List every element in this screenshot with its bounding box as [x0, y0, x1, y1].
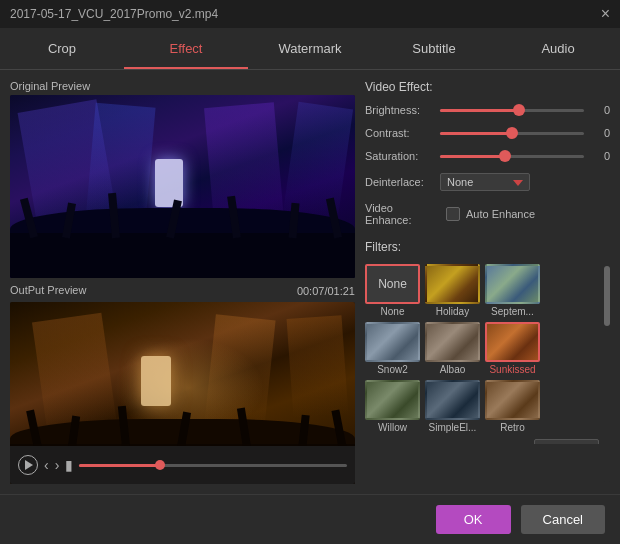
- filter-albao-thumb: [425, 322, 480, 362]
- saturation-label: Saturation:: [365, 150, 440, 162]
- filter-simpleel[interactable]: SimpleEl...: [425, 380, 480, 433]
- enhance-row: Video Enhance: Auto Enhance: [365, 202, 610, 226]
- auto-enhance-label: Auto Enhance: [466, 208, 535, 220]
- filter-retro-label: Retro: [500, 422, 524, 433]
- filter-none-thumb: None: [365, 264, 420, 304]
- filter-albao[interactable]: Albao: [425, 322, 480, 375]
- filter-none[interactable]: None None: [365, 264, 420, 317]
- progress-bar[interactable]: [79, 464, 347, 467]
- filter-holiday[interactable]: Holiday: [425, 264, 480, 317]
- deinterlace-value: None: [447, 176, 473, 188]
- right-panel: Video Effect: Brightness: 0 Contrast: 0 …: [365, 80, 610, 484]
- output-header: OutPut Preview 00:07/01:21: [10, 284, 355, 299]
- filter-simpleel-label: SimpleEl...: [429, 422, 477, 433]
- video-enhance-label: Video Enhance:: [365, 202, 440, 226]
- filter-retro[interactable]: Retro: [485, 380, 540, 433]
- saturation-fill: [440, 155, 505, 158]
- saturation-slider[interactable]: [440, 155, 584, 158]
- saturation-thumb[interactable]: [499, 150, 511, 162]
- tab-bar: Crop Effect Watermark Subtitle Audio: [0, 28, 620, 70]
- filter-september-label: Septem...: [491, 306, 534, 317]
- filter-simpleel-thumb: [425, 380, 480, 420]
- contrast-label: Contrast:: [365, 127, 440, 139]
- play-icon: [25, 460, 33, 470]
- original-preview-label: Original Preview: [10, 80, 355, 92]
- stop-button[interactable]: ▮: [65, 457, 73, 473]
- brightness-thumb[interactable]: [513, 104, 525, 116]
- filter-none-text: None: [378, 277, 407, 291]
- filters-title: Filters:: [365, 240, 610, 254]
- filter-scrollbar[interactable]: [604, 264, 610, 484]
- title-bar: 2017-05-17_VCU_2017Promo_v2.mp4 ×: [0, 0, 620, 28]
- reset-row: Reset: [365, 439, 599, 444]
- filter-sunkissed-label: Sunkissed: [489, 364, 535, 375]
- contrast-row: Contrast: 0: [365, 127, 610, 139]
- filter-sunkissed-thumb: [485, 322, 540, 362]
- contrast-fill: [440, 132, 512, 135]
- brightness-value: 0: [590, 104, 610, 116]
- prev-button[interactable]: ‹: [44, 457, 49, 473]
- filter-snow2-label: Snow2: [377, 364, 408, 375]
- deinterlace-arrow: [513, 176, 523, 188]
- playback-controls: ‹ › ▮: [10, 446, 355, 484]
- tab-subtitle[interactable]: Subtitle: [372, 28, 496, 69]
- svg-marker-0: [513, 180, 523, 186]
- filter-september-thumb: [485, 264, 540, 304]
- filter-snow2[interactable]: Snow2: [365, 322, 420, 375]
- output-time: 00:07/01:21: [297, 285, 355, 297]
- output-preview: ‹ › ▮: [10, 302, 355, 485]
- scrollbar-thumb[interactable]: [604, 266, 610, 326]
- deinterlace-label: Deinterlace:: [365, 176, 440, 188]
- tab-crop[interactable]: Crop: [0, 28, 124, 69]
- video-effect-title: Video Effect:: [365, 80, 610, 94]
- saturation-row: Saturation: 0: [365, 150, 610, 162]
- bottom-bar: OK Cancel: [0, 494, 620, 544]
- output-preview-label: OutPut Preview: [10, 284, 86, 296]
- tab-watermark[interactable]: Watermark: [248, 28, 372, 69]
- filter-willow-thumb: [365, 380, 420, 420]
- reset-button[interactable]: Reset: [534, 439, 599, 444]
- filter-albao-label: Albao: [440, 364, 466, 375]
- filter-snow2-thumb: [365, 322, 420, 362]
- filter-september[interactable]: Septem...: [485, 264, 540, 317]
- play-button[interactable]: [18, 455, 38, 475]
- main-content: Original Preview: [0, 70, 620, 494]
- filter-willow-label: Willow: [378, 422, 407, 433]
- close-button[interactable]: ×: [601, 6, 610, 22]
- original-preview-image: [10, 95, 355, 278]
- original-preview: [10, 95, 355, 278]
- brightness-label: Brightness:: [365, 104, 440, 116]
- brightness-fill: [440, 109, 519, 112]
- left-panel: Original Preview: [10, 80, 355, 484]
- contrast-slider[interactable]: [440, 132, 584, 135]
- filter-sunkissed[interactable]: Sunkissed: [485, 322, 540, 375]
- ok-button[interactable]: OK: [436, 505, 511, 534]
- deinterlace-select[interactable]: None: [440, 173, 530, 191]
- filter-retro-thumb: [485, 380, 540, 420]
- filters-grid: None None Holiday Septem...: [365, 264, 599, 444]
- filter-holiday-label: Holiday: [436, 306, 469, 317]
- filters-list: None None Holiday Septem...: [365, 264, 599, 433]
- progress-thumb[interactable]: [155, 460, 165, 470]
- brightness-row: Brightness: 0: [365, 104, 610, 116]
- contrast-value: 0: [590, 127, 610, 139]
- window-title: 2017-05-17_VCU_2017Promo_v2.mp4: [10, 7, 218, 21]
- cancel-button[interactable]: Cancel: [521, 505, 605, 534]
- saturation-value: 0: [590, 150, 610, 162]
- tab-audio[interactable]: Audio: [496, 28, 620, 69]
- tab-effect[interactable]: Effect: [124, 28, 248, 69]
- next-button[interactable]: ›: [55, 457, 60, 473]
- contrast-thumb[interactable]: [506, 127, 518, 139]
- filter-willow[interactable]: Willow: [365, 380, 420, 433]
- progress-fill: [79, 464, 159, 467]
- auto-enhance-checkbox[interactable]: [446, 207, 460, 221]
- filter-none-label: None: [381, 306, 405, 317]
- brightness-slider[interactable]: [440, 109, 584, 112]
- filter-holiday-thumb: [425, 264, 480, 304]
- deinterlace-row: Deinterlace: None: [365, 173, 610, 191]
